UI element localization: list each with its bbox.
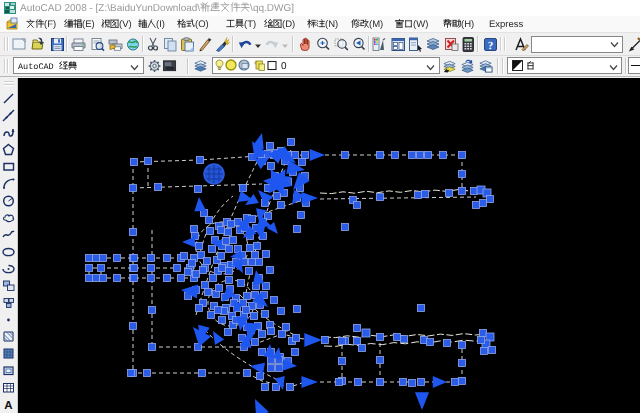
svg-text:?: ? (488, 40, 494, 52)
svg-text:A: A (4, 400, 12, 412)
